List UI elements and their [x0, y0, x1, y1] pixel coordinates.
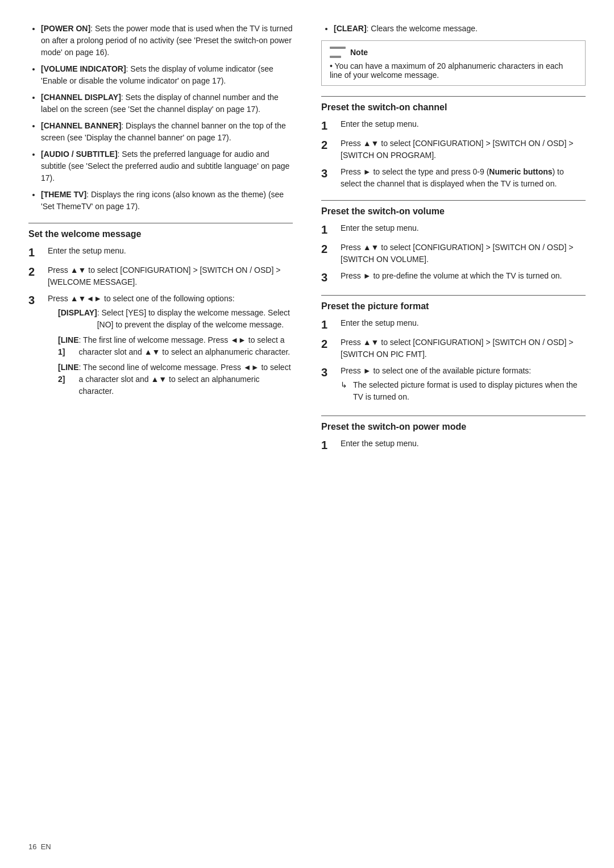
step-content: Press ▲▼◄► to select one of the followin…: [48, 293, 293, 401]
right-sections: Preset the switch-on channel1Enter the s…: [321, 96, 586, 452]
lang-label: EN: [41, 842, 51, 851]
sub-bullet-item: [DISPLAY]: Select [YES] to display the w…: [58, 307, 293, 331]
step-item: 1Enter the setup menu.: [28, 245, 293, 260]
step-item: 2Press ▲▼ to select [CONFIGURATION] > [S…: [321, 242, 586, 265]
step-content: Enter the setup menu.: [341, 317, 586, 329]
step-item: 2Press ▲▼ to select [CONFIGURATION] > [S…: [321, 337, 586, 360]
feature-label: [VOLUME INDICATOR]: [41, 64, 126, 73]
step-number: 3: [321, 270, 337, 285]
feature-bullet-item: [POWER ON]: Sets the power mode that is …: [41, 23, 293, 59]
arrow-bullet-list: ↳The selected picture format is used to …: [341, 379, 586, 403]
step-item: 3Press ► to select one of the available …: [321, 365, 586, 405]
section-steps: 1Enter the setup menu.2Press ▲▼ to selec…: [321, 118, 586, 190]
page-footer: 16 EN: [28, 842, 51, 851]
step-content: Press ▲▼ to select [CONFIGURATION] > [SW…: [341, 138, 586, 161]
step-content: Press ► to select the type and press 0-9…: [341, 166, 586, 190]
feature-label: [THEME TV]: [41, 190, 86, 199]
left-column: [POWER ON]: Sets the power mode that is …: [28, 23, 298, 457]
clear-bullet-list: [CLEAR]: Clears the welcome message.: [321, 23, 586, 35]
step-item: 1Enter the setup menu.: [321, 222, 586, 237]
welcome-steps: 1Enter the setup menu.2Press ▲▼ to selec…: [28, 245, 293, 401]
sub-text: : The second line of welcome message. Pr…: [79, 362, 293, 397]
step-content: Enter the setup menu.: [48, 245, 293, 257]
section-divider: [321, 416, 586, 416]
section-divider: [321, 200, 586, 201]
features-list: [POWER ON]: Sets the power mode that is …: [28, 23, 293, 213]
right-column: [CLEAR]: Clears the welcome message. Not…: [316, 23, 586, 457]
step-text: Enter the setup menu.: [341, 439, 419, 448]
step-number: 2: [321, 337, 337, 351]
step-text: Enter the setup menu.: [341, 318, 419, 327]
note-label: Note: [350, 48, 368, 57]
step-content: Press ▲▼ to select [CONFIGURATION] > [SW…: [341, 242, 586, 265]
section-title: Preset the switch-on volume: [321, 206, 586, 217]
step-text: Enter the setup menu.: [341, 223, 419, 232]
arrow-icon: ↳: [341, 379, 351, 391]
step-number: 1: [321, 118, 337, 133]
step-content: Enter the setup menu.: [341, 118, 586, 130]
sub-label: [LINE 2]: [58, 362, 79, 385]
section-divider: [321, 295, 586, 296]
step-number: 2: [321, 242, 337, 256]
feature-label: [AUDIO / SUBTITLE]: [41, 149, 118, 159]
feature-bullet-item: [AUDIO / SUBTITLE]: Sets the preferred l…: [41, 148, 293, 184]
step-text: Press ▲▼ to select [CONFIGURATION] > [SW…: [341, 338, 573, 359]
step-item: 3Press ► to select the type and press 0-…: [321, 166, 586, 190]
feature-bullet-item: [CHANNEL BANNER]: Displays the channel b…: [41, 120, 293, 144]
step-item: 2Press ▲▼ to select [CONFIGURATION] > [S…: [321, 138, 586, 161]
note-box: Note • You can have a maximum of 20 alph…: [321, 40, 586, 86]
sub-bullet-list: [DISPLAY]: Select [YES] to display the w…: [48, 307, 293, 397]
section-title: Preset the picture format: [321, 301, 586, 312]
clear-text: : Clears the welcome message.: [367, 24, 478, 33]
step-item: 3Press ► to pre-define the volume at whi…: [321, 270, 586, 285]
section-steps: 1Enter the setup menu.2Press ▲▼ to selec…: [321, 222, 586, 285]
section-title: Preset the switch-on power mode: [321, 422, 586, 432]
step-text: Press ► to select one of the available p…: [341, 366, 531, 375]
step-text: Press ▲▼ to select [CONFIGURATION] > [SW…: [341, 139, 573, 160]
divider-welcome: [28, 223, 293, 223]
step-content: Enter the setup menu.: [341, 438, 586, 450]
sub-bullet-item: [LINE 1]: The first line of welcome mess…: [58, 334, 293, 358]
step-text: Press ▲▼ to select [CONFIGURATION] > [SW…: [48, 265, 280, 286]
sub-text: : Select [YES] to display the welcome me…: [97, 307, 293, 331]
step-item: 2Press ▲▼ to select [CONFIGURATION] > [S…: [28, 264, 293, 288]
step-number: 1: [321, 317, 337, 332]
sub-text: : The first line of welcome message. Pre…: [79, 334, 293, 358]
clear-label: [CLEAR]: [334, 24, 367, 33]
step-text: Enter the setup menu.: [48, 246, 126, 255]
sub-bullet-item: [LINE 2]: The second line of welcome mes…: [58, 362, 293, 397]
step-content: Press ▲▼ to select [CONFIGURATION] > [SW…: [48, 264, 293, 288]
note-header: Note: [330, 47, 577, 58]
step-content: Press ► to pre-define the volume at whic…: [341, 270, 586, 282]
step-text: Press ▲▼ to select [CONFIGURATION] > [SW…: [341, 243, 573, 264]
section-steps: 1Enter the setup menu.: [321, 438, 586, 452]
step-content: Press ▲▼ to select [CONFIGURATION] > [SW…: [341, 337, 586, 360]
step-item: 1Enter the setup menu.: [321, 118, 586, 133]
feature-bullet-item: [THEME TV]: Displays the ring icons (als…: [41, 189, 293, 213]
clear-bullet-item: [CLEAR]: Clears the welcome message.: [334, 23, 586, 35]
feature-label: [POWER ON]: [41, 24, 90, 33]
step-number: 3: [321, 166, 337, 181]
step-text: Press ► to select the type and press 0-9…: [341, 167, 564, 188]
feature-label: [CHANNEL DISPLAY]: [41, 93, 121, 102]
sub-label: [DISPLAY]: [58, 307, 97, 319]
step-text: Press ► to pre-define the volume at whic…: [341, 271, 562, 280]
step-number: 2: [28, 264, 44, 279]
page-number: 16: [28, 842, 36, 851]
step-number: 2: [321, 138, 337, 152]
section-title: Preset the switch-on channel: [321, 102, 586, 113]
arrow-text: The selected picture format is used to d…: [353, 379, 586, 403]
step-content: Press ► to select one of the available p…: [341, 365, 586, 405]
sub-label: [LINE 1]: [58, 334, 79, 358]
step-number: 1: [321, 222, 337, 237]
step-number: 1: [28, 245, 44, 260]
section-divider: [321, 96, 586, 97]
step-number: 3: [28, 293, 44, 308]
step-text: Press ▲▼◄► to select one of the followin…: [48, 294, 235, 303]
feature-bullet-item: [CHANNEL DISPLAY]: Sets the display of c…: [41, 92, 293, 115]
step-item: 1Enter the setup menu.: [321, 317, 586, 332]
feature-label: [CHANNEL BANNER]: [41, 121, 121, 130]
step-text: Enter the setup menu.: [341, 119, 419, 128]
step-number: 1: [321, 438, 337, 452]
arrow-bullet-item: ↳The selected picture format is used to …: [341, 379, 586, 403]
